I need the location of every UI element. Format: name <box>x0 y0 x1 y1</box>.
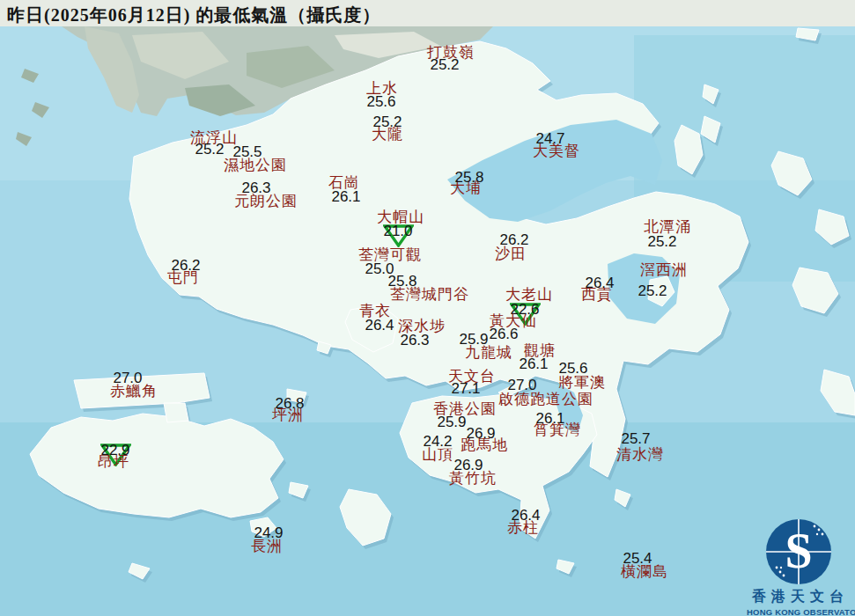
station-value-label: 25.6 <box>366 94 395 109</box>
station-value-label: 25.4 <box>623 551 652 566</box>
station-value-label: 26.2 <box>499 232 528 247</box>
map-title: 昨日(2025年06月12日) 的最低氣溫（攝氏度） <box>7 4 380 27</box>
station-value-label: 24.7 <box>535 131 564 146</box>
station-value-label: 25.2 <box>638 283 667 298</box>
station-name-label: 大老山 <box>505 287 553 302</box>
weather-map-canvas: 昨日(2025年06月12日) 的最低氣溫（攝氏度） 打鼓嶺25.2上水25.6… <box>0 0 855 616</box>
station-value-label: 25.2 <box>372 114 402 129</box>
station-value-label: 24.9 <box>254 525 283 540</box>
station-value-label: 25.6 <box>558 361 587 376</box>
hko-logo-english: HONG KONG OBSERVATORY <box>747 607 851 616</box>
station-value-label: 24.2 <box>423 434 452 449</box>
station-value-label: 26.3 <box>400 333 429 348</box>
station-value-label: 25.7 <box>621 431 650 446</box>
hko-logo-icon: S <box>759 517 838 586</box>
station-value-label: 25.5 <box>232 144 262 159</box>
station-value-label: 26.9 <box>466 426 495 441</box>
station-name-label: 啟德跑道公園 <box>498 392 593 407</box>
station-value-label: 26.4 <box>585 275 614 290</box>
station-value-label: 26.1 <box>519 356 548 371</box>
station-name-label: 清水灣 <box>616 447 664 462</box>
station-name-label: 北潭涌 <box>644 219 691 234</box>
station-value-label: 26.2 <box>171 258 200 273</box>
station-value-label: 26.3 <box>241 180 270 195</box>
station-value-label: 25.2 <box>430 57 459 72</box>
station-value-label: 26.4 <box>511 508 540 523</box>
station-value-label: 22.9 <box>100 443 129 458</box>
station-value-label: 26.1 <box>331 189 360 204</box>
station-name-label: 沙田 <box>495 246 527 261</box>
hko-logo: S 香港天文台 HONG KONG OBSERVATORY <box>747 517 851 616</box>
svg-text:S: S <box>785 524 812 578</box>
stations-layer: 打鼓嶺25.2上水25.6大隴25.2流浮山25.2濕地公園25.5元朗公園26… <box>0 0 855 616</box>
station-name-label: 將軍澳 <box>558 375 606 390</box>
station-value-label: 26.1 <box>535 411 564 426</box>
station-value-label: 27.0 <box>113 370 142 385</box>
station-value-label: 26.6 <box>489 326 518 341</box>
station-value-label: 26.8 <box>275 396 304 411</box>
station-name-label: 滘西洲 <box>640 262 688 277</box>
station-value-label: 27.0 <box>507 378 536 392</box>
station-value-label: 26.9 <box>453 458 483 473</box>
station-value-label: 25.8 <box>454 170 483 185</box>
station-value-label: 25.9 <box>437 414 466 429</box>
station-value-label: 25.9 <box>459 332 488 347</box>
station-value-label: 26.4 <box>365 318 394 333</box>
station-value-label: 25.8 <box>387 274 416 289</box>
station-value-label: 25.2 <box>647 234 676 249</box>
hko-logo-chinese: 香港天文台 <box>750 588 851 606</box>
station-value-label: 27.1 <box>451 381 480 396</box>
station-value-label: 21.0 <box>383 224 412 238</box>
station-value-label: 25.2 <box>195 142 224 157</box>
